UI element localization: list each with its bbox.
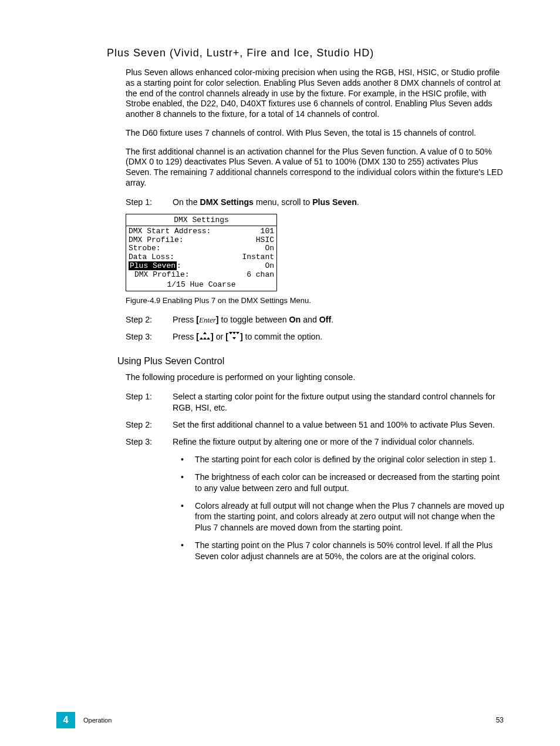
text: On the — [173, 197, 200, 207]
footer-text: Operation — [83, 717, 496, 724]
page-footer: 4 Operation 53 — [0, 712, 560, 728]
dmx-row: Strobe:On — [129, 244, 274, 253]
step-label: Step 3: — [126, 331, 173, 343]
text: Press — [173, 315, 196, 324]
step-2b: Step 2: Set the first additional channel… — [126, 419, 506, 431]
dmx-settings-box: DMX Settings DMX Start Address:101DMX Pr… — [126, 214, 277, 292]
step-1b: Step 1: Select a starting color point fo… — [126, 391, 506, 414]
text: Press — [173, 332, 196, 341]
step-label: Step 2: — [126, 314, 173, 325]
page-content: Plus Seven (Vivid, Lustr+, Fire and Ice,… — [107, 47, 506, 569]
figure-caption: Figure-4.9 Enabling Plus 7 on the DMX Se… — [126, 296, 506, 305]
dmx-footer: 1/15 Hue Coarse — [129, 281, 274, 290]
svg-marker-6 — [232, 332, 236, 334]
step-label: Step 3: — [126, 436, 173, 448]
dmx-row: DMX Profile:HSIC — [129, 236, 274, 245]
paragraph: The first additional channel is an activ… — [126, 147, 506, 189]
svg-marker-2 — [203, 337, 207, 340]
text: menu, scroll to — [254, 197, 312, 207]
text: and — [301, 315, 319, 324]
step-body: Refine the fixture output by altering on… — [173, 436, 506, 448]
text: or — [214, 332, 226, 341]
step-1a: Step 1: On the DMX Settings menu, scroll… — [126, 197, 506, 208]
step-3b: Step 3: Refine the fixture output by alt… — [126, 436, 506, 448]
dmx-row: DMX Profile:6 chan — [129, 271, 274, 280]
svg-marker-7 — [236, 332, 239, 334]
dmx-row: Plus Seven:On — [129, 262, 274, 271]
step-body: On the DMX Settings menu, scroll to Plus… — [173, 197, 506, 208]
text: to toggle between — [219, 315, 289, 324]
step-body: Press [Enter] to toggle between On and O… — [173, 314, 506, 325]
paragraph: The following procedure is performed on … — [126, 372, 506, 383]
subheading: Using Plus Seven Control — [117, 356, 506, 367]
section-title: Plus Seven (Vivid, Lustr+, Fire and Ice,… — [107, 47, 506, 59]
text: . — [331, 315, 333, 324]
bullet-list: The starting point for each color is def… — [177, 454, 506, 562]
list-item: The starting point on the Plus 7 color c… — [177, 540, 506, 562]
svg-marker-5 — [229, 332, 232, 334]
down-nav-icon — [228, 332, 240, 343]
svg-marker-1 — [200, 337, 203, 340]
chapter-badge: 4 — [56, 712, 75, 728]
svg-marker-0 — [203, 332, 207, 334]
step-body: Press [] or [] to commit the option. — [173, 331, 506, 343]
step-body: Select a starting color point for the fi… — [173, 391, 506, 414]
enter-icon: Enter — [199, 315, 216, 324]
list-item: The starting point for each color is def… — [177, 454, 506, 465]
bold: Plus Seven — [312, 197, 357, 207]
svg-marker-3 — [207, 337, 210, 340]
list-item: Colors already at full output will not c… — [177, 500, 506, 533]
bold: On — [289, 315, 301, 324]
text: to commit the option. — [243, 332, 323, 341]
text: . — [357, 197, 359, 207]
step-label: Step 2: — [126, 419, 173, 431]
paragraph: The D60 fixture uses 7 channels of contr… — [126, 128, 506, 139]
dmx-row: Data Loss:Instant — [129, 253, 274, 262]
list-item: The brightness of each color can be incr… — [177, 472, 506, 493]
step-3a: Step 3: Press [] or [] to commit the opt… — [126, 331, 506, 343]
page-number: 53 — [496, 716, 504, 724]
dmx-row: DMX Start Address:101 — [129, 227, 274, 236]
step-body: Set the first additional channel to a va… — [173, 419, 506, 431]
bold: Off — [319, 315, 332, 324]
svg-marker-8 — [232, 337, 236, 340]
step-label: Step 1: — [126, 391, 173, 414]
step-2a: Step 2: Press [Enter] to toggle between … — [126, 314, 506, 325]
bold: DMX Settings — [200, 197, 254, 207]
paragraph: Plus Seven allows enhanced color-mixing … — [126, 68, 506, 120]
dmx-title: DMX Settings — [126, 216, 276, 226]
step-label: Step 1: — [126, 197, 173, 208]
up-nav-icon — [199, 332, 211, 343]
